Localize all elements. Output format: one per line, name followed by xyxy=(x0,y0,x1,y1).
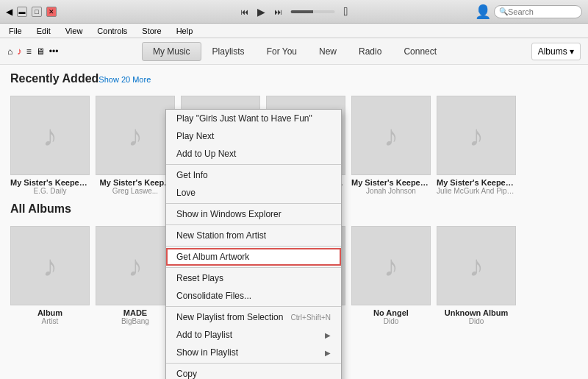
all-album-6[interactable]: ♪ Unknown Album Dido xyxy=(437,226,516,325)
ctx-add-playlist-label: Add to Playlist xyxy=(176,330,232,340)
more-icon[interactable]: ••• xyxy=(49,46,59,57)
minimize-button[interactable]: ▬ xyxy=(17,7,27,17)
all-album-artist-1: Artist xyxy=(10,317,90,325)
recent-album-1[interactable]: ♪ My Sister's Keeper OST E.G. Daily xyxy=(10,96,90,195)
all-note-icon-2: ♪ xyxy=(128,249,143,283)
all-note-icon-6: ♪ xyxy=(469,249,484,283)
close-button[interactable]: ✕ xyxy=(46,7,57,17)
tab-radio[interactable]: Radio xyxy=(348,42,392,61)
search-box[interactable]: 🔍 xyxy=(494,5,582,18)
all-album-title-1: Album xyxy=(10,308,90,317)
recently-added-header: Recently Added Show 20 More xyxy=(10,72,578,91)
recent-album-6[interactable]: ♪ My Sister's Keeper OST Julie McGurk An… xyxy=(437,96,516,195)
ctx-new-playlist-label: New Playlist from Selection xyxy=(176,312,283,322)
recently-added-title: Recently Added xyxy=(10,72,98,85)
album-artist-5: Jonah Johnson xyxy=(351,187,431,195)
album-artist-2: Greg Laswe... xyxy=(96,187,175,195)
all-album-art-5: ♪ xyxy=(351,226,431,305)
ctx-show-playlist-label: Show in Playlist xyxy=(176,347,238,358)
search-icon: 🔍 xyxy=(499,7,508,15)
ctx-reset-plays[interactable]: Reset Plays xyxy=(166,269,341,287)
home-icon[interactable]: ⌂ xyxy=(7,46,12,57)
tab-new[interactable]: New xyxy=(308,42,348,61)
title-bar: ◀ ▬ □ ✕ ⏮ ▶ ⏭  👤 🔍 xyxy=(0,0,588,24)
ctx-new-playlist-shortcut: Ctrl+Shift+N xyxy=(291,314,331,322)
all-album-title-6: Unknown Album xyxy=(437,308,516,317)
all-album-art-2: ♪ xyxy=(96,226,175,305)
album-artist-1: E.G. Daily xyxy=(10,187,90,195)
ctx-show-explorer[interactable]: Show in Windows Explorer xyxy=(166,205,341,223)
ctx-love[interactable]: Love xyxy=(166,184,341,202)
restore-button[interactable]: □ xyxy=(32,7,42,17)
nav-right: Albums ▾ xyxy=(531,43,581,60)
ctx-new-playlist[interactable]: New Playlist from Selection Ctrl+Shift+N xyxy=(166,308,341,326)
ctx-sep-3 xyxy=(166,224,341,225)
menu-controls[interactable]: Controls xyxy=(94,25,130,37)
all-album-art-6: ♪ xyxy=(437,226,516,305)
ctx-play-song[interactable]: Play "Girls Just Want to Have Fun" xyxy=(166,110,341,127)
menu-help[interactable]: Help xyxy=(173,25,196,37)
ctx-sep-5 xyxy=(166,267,341,268)
menu-view[interactable]: View xyxy=(62,25,86,37)
menu-store[interactable]: Store xyxy=(139,25,164,37)
apple-logo:  xyxy=(344,5,348,18)
ctx-get-info[interactable]: Get Info xyxy=(166,166,341,184)
ctx-add-playlist-arrow: ▶ xyxy=(325,331,331,339)
next-btn[interactable]: ⏭ xyxy=(274,7,282,16)
tab-my-music[interactable]: My Music xyxy=(142,42,201,61)
all-album-2[interactable]: ♪ MADE BigBang xyxy=(96,226,175,325)
all-album-title-5: No Angel xyxy=(351,308,431,317)
all-album-1[interactable]: ♪ Album Artist xyxy=(10,226,90,325)
menu-edit[interactable]: Edit xyxy=(34,25,54,37)
album-title-5: My Sister's Keeper OST xyxy=(351,178,431,187)
tab-playlists[interactable]: Playlists xyxy=(201,42,256,61)
music-note-icon-2: ♪ xyxy=(128,119,143,152)
list-icon[interactable]: ≡ xyxy=(26,46,32,57)
ctx-sep-4 xyxy=(166,246,341,247)
title-bar-controls: ◀ ▬ □ ✕ xyxy=(6,7,57,17)
play-btn[interactable]: ▶ xyxy=(257,6,265,18)
nav-bar: ⌂ ♪ ≡ 🖥 ••• My Music Playlists For You N… xyxy=(0,38,588,65)
main-content: Recently Added Show 20 More ♪ My Sister'… xyxy=(0,65,588,379)
album-title-6: My Sister's Keeper OST xyxy=(437,178,516,187)
ctx-play-next[interactable]: Play Next xyxy=(166,127,341,145)
album-title-1: My Sister's Keeper OST xyxy=(10,178,90,187)
back-nav-icon[interactable]: ◀ xyxy=(6,7,12,17)
show-more-link[interactable]: Show 20 More xyxy=(98,75,151,84)
account-icon[interactable]: 👤 xyxy=(475,4,491,20)
ctx-show-playlist-arrow: ▶ xyxy=(325,349,331,357)
note-icon[interactable]: ♪ xyxy=(17,46,22,57)
all-album-art-1: ♪ xyxy=(10,226,90,305)
menu-file[interactable]: File xyxy=(6,25,25,37)
music-note-icon-5: ♪ xyxy=(384,119,398,152)
prev-btn[interactable]: ⏮ xyxy=(240,7,248,16)
ctx-new-station[interactable]: New Station from Artist xyxy=(166,227,341,244)
recent-album-2[interactable]: ♪ My Sister's Keep... Greg Laswe... xyxy=(96,96,175,195)
context-menu: Play "Girls Just Want to Have Fun" Play … xyxy=(165,109,342,379)
all-album-artist-6: Dido xyxy=(437,317,516,325)
all-album-title-2: MADE xyxy=(96,308,175,317)
album-art-1: ♪ xyxy=(10,96,90,175)
all-album-5[interactable]: ♪ No Angel Dido xyxy=(351,226,431,325)
nav-left-icons: ⌂ ♪ ≡ 🖥 ••• xyxy=(7,46,58,57)
tab-for-you[interactable]: For You xyxy=(256,42,308,61)
ctx-get-album-artwork[interactable]: Get Album Artwork xyxy=(166,248,341,266)
album-artist-6: Julie McGurk And Pipe Maj... xyxy=(437,187,516,195)
all-note-icon-1: ♪ xyxy=(43,249,57,283)
ctx-copy[interactable]: Copy xyxy=(166,365,341,379)
album-art-2: ♪ xyxy=(96,96,175,175)
ctx-show-in-playlist[interactable]: Show in Playlist ▶ xyxy=(166,344,341,361)
ctx-sep-6 xyxy=(166,306,341,307)
volume-slider[interactable] xyxy=(291,10,335,13)
album-art-6: ♪ xyxy=(437,96,516,175)
album-art-5: ♪ xyxy=(351,96,431,175)
albums-button[interactable]: Albums ▾ xyxy=(531,43,581,60)
search-input[interactable] xyxy=(508,7,574,16)
ctx-add-up-next[interactable]: Add to Up Next xyxy=(166,145,341,163)
tab-connect[interactable]: Connect xyxy=(392,42,448,61)
ctx-consolidate[interactable]: Consolidate Files... xyxy=(166,287,341,305)
monitor-icon[interactable]: 🖥 xyxy=(36,46,45,57)
album-title-2: My Sister's Keep... xyxy=(96,178,175,187)
ctx-add-to-playlist[interactable]: Add to Playlist ▶ xyxy=(166,326,341,344)
recent-album-5[interactable]: ♪ My Sister's Keeper OST Jonah Johnson xyxy=(351,96,431,195)
